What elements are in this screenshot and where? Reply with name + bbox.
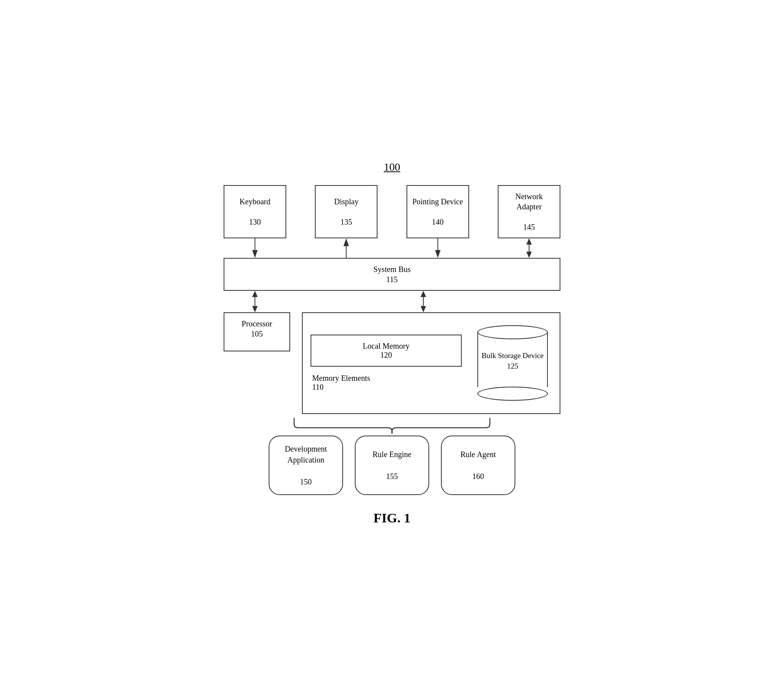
network-adapter-label: Network Adapter — [502, 191, 556, 212]
svg-marker-8 — [526, 252, 532, 258]
top-arrows-row — [216, 238, 568, 258]
processor-memory-section: Processor 105 Local Memory 120 Memory El… — [216, 312, 568, 414]
bulk-storage-number: 125 — [507, 362, 518, 370]
keyboard-box: Keyboard 130 — [224, 185, 286, 238]
display-number: 135 — [340, 217, 352, 227]
rule-agent-box: Rule Agent 160 — [441, 436, 515, 495]
processor-arrow — [224, 291, 286, 312]
network-adapter-box: Network Adapter 145 — [498, 185, 560, 238]
diagram-container: 100 Keyboard 130 Display 135 Pointing De… — [216, 161, 568, 526]
rule-agent-label: Rule Agent — [461, 449, 496, 460]
local-memory-box: Local Memory 120 — [311, 335, 462, 367]
rule-engine-number: 155 — [386, 471, 398, 482]
pointing-device-label: Pointing Device — [412, 196, 463, 207]
display-box: Display 135 — [315, 185, 378, 238]
pointing-device-box: Pointing Device 140 — [406, 185, 469, 238]
processor-label: Processor — [242, 319, 272, 328]
software-row: Development Application 150 Rule Engine … — [216, 436, 568, 495]
local-memory-number: 120 — [380, 351, 392, 359]
system-bus-row: System Bus 115 — [216, 258, 568, 291]
svg-marker-9 — [252, 291, 258, 297]
pointing-device-arrow-icon — [432, 238, 444, 258]
bulk-storage-label: Bulk Storage Device — [482, 351, 544, 360]
rule-engine-label: Rule Engine — [372, 449, 411, 460]
processor-box: Processor 105 — [224, 312, 290, 351]
keyboard-arrow-icon — [249, 238, 261, 258]
diagram-title: 100 — [384, 161, 400, 173]
system-bus-label: System Bus — [373, 264, 410, 274]
processor-number: 105 — [251, 329, 263, 338]
network-adapter-arrow-icon — [523, 238, 535, 258]
keyboard-arrow — [224, 238, 286, 258]
pointing-device-arrow — [406, 238, 469, 258]
memory-elements-box: Local Memory 120 Memory Elements 110 Bul… — [302, 312, 560, 414]
dev-application-label: Development Application — [275, 443, 337, 465]
bulk-storage-container: Bulk Storage Device 125 — [473, 325, 552, 401]
svg-marker-2 — [343, 238, 349, 246]
display-label: Display — [334, 196, 358, 207]
memory-arrow — [286, 291, 560, 312]
top-row: Keyboard 130 Display 135 Pointing Device… — [216, 185, 568, 238]
middle-arrows-row — [216, 291, 568, 312]
svg-marker-6 — [526, 238, 532, 245]
system-bus-number: 115 — [386, 274, 397, 284]
bulk-storage-text: Bulk Storage Device 125 — [482, 351, 544, 371]
brace-svg — [271, 418, 513, 434]
memory-left-section: Local Memory 120 Memory Elements 110 — [311, 335, 462, 392]
system-bus-box: System Bus 115 — [224, 258, 560, 291]
cylinder-top — [477, 325, 548, 339]
network-adapter-number: 145 — [523, 222, 535, 232]
memory-arrow-icon — [417, 291, 429, 312]
display-arrow — [315, 238, 378, 258]
brace-row — [216, 418, 568, 434]
dev-application-box: Development Application 150 — [269, 436, 343, 495]
keyboard-label: Keyboard — [240, 196, 271, 207]
dev-application-number: 150 — [300, 476, 312, 487]
network-adapter-arrow — [498, 238, 560, 258]
local-memory-label: Local Memory — [363, 342, 409, 350]
svg-marker-5 — [435, 250, 441, 258]
rule-agent-number: 160 — [472, 471, 484, 482]
processor-arrow-icon — [249, 291, 261, 312]
rule-engine-box: Rule Engine 155 — [355, 436, 429, 495]
pointing-device-number: 140 — [432, 217, 444, 227]
cylinder-body: Bulk Storage Device 125 — [477, 332, 548, 387]
keyboard-number: 130 — [249, 217, 261, 227]
memory-elements-label: Memory Elements 110 — [311, 374, 462, 392]
cylinder-bottom — [477, 387, 548, 401]
svg-marker-1 — [252, 250, 258, 258]
display-arrow-icon — [340, 238, 352, 258]
svg-marker-11 — [252, 306, 258, 312]
figure-label: FIG. 1 — [374, 511, 410, 526]
svg-marker-12 — [421, 291, 426, 297]
svg-marker-14 — [421, 306, 426, 312]
